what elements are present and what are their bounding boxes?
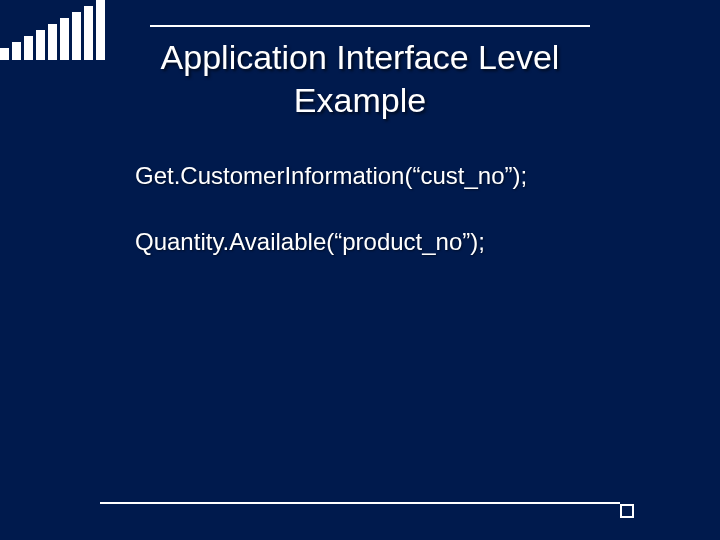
body-line-1: Get.CustomerInformation(“cust_no”);	[135, 160, 635, 192]
bottom-divider	[100, 502, 620, 504]
top-divider	[150, 25, 590, 27]
title-line-1: Application Interface Level	[161, 38, 560, 76]
body-line-2: Quantity.Available(“product_no”);	[135, 226, 635, 258]
corner-box-icon	[620, 504, 634, 518]
title-line-2: Example	[294, 81, 426, 119]
slide-title: Application Interface Level Example	[0, 36, 720, 121]
slide: Application Interface Level Example Get.…	[0, 0, 720, 540]
slide-body: Get.CustomerInformation(“cust_no”); Quan…	[135, 160, 635, 293]
